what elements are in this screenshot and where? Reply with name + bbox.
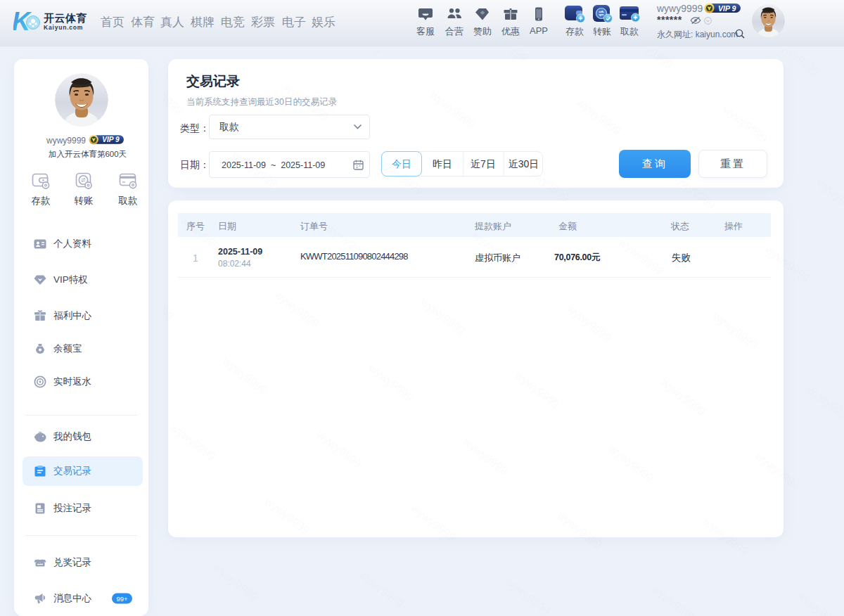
svg-text:VIP 9: VIP 9 [102, 136, 120, 143]
svg-text:VIP 9: VIP 9 [718, 4, 736, 13]
